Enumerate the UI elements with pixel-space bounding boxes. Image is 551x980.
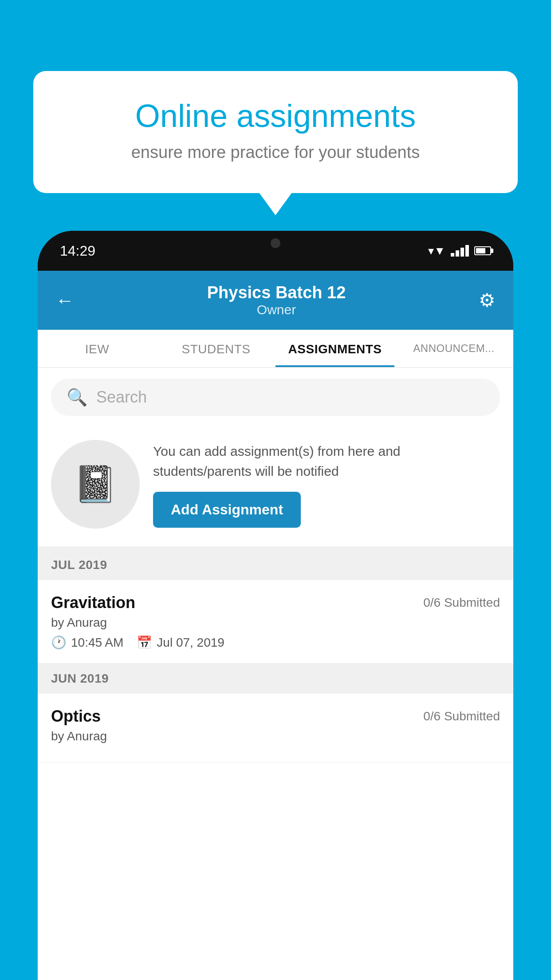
settings-icon[interactable]: ⚙ <box>479 289 496 311</box>
notch <box>240 231 311 255</box>
notebook-icon-circle: 📓 <box>51 440 140 529</box>
assignment-time: 10:45 AM <box>71 636 123 650</box>
add-assignment-button[interactable]: Add Assignment <box>153 492 301 528</box>
promo-title: Online assignments <box>60 98 491 134</box>
assignment-item-optics[interactable]: Optics 0/6 Submitted by Anurag <box>38 694 513 763</box>
search-placeholder: Search <box>96 388 147 407</box>
phone-screen: ← Physics Batch 12 Owner ⚙ IEW STUDENTS … <box>38 271 513 980</box>
assignment-promo-text: You can add assignment(s) from here and … <box>153 441 500 528</box>
phone-frame: 14:29 ▾▼ ← Physics Batch 12 <box>38 231 513 980</box>
tabs-bar: IEW STUDENTS ASSIGNMENTS ANNOUNCEM... <box>38 330 513 368</box>
tab-assignments[interactable]: ASSIGNMENTS <box>276 330 394 367</box>
camera <box>271 238 280 248</box>
calendar-icon: 📅 <box>137 635 152 650</box>
submitted-count: 0/6 Submitted <box>423 596 500 610</box>
header-title-group: Physics Batch 12 Owner <box>207 283 346 317</box>
tab-announcements[interactable]: ANNOUNCEM... <box>394 330 513 367</box>
app-header: ← Physics Batch 12 Owner ⚙ <box>38 271 513 330</box>
assignment-item-gravitation[interactable]: Gravitation 0/6 Submitted by Anurag 🕐 10… <box>38 580 513 664</box>
date-info: 📅 Jul 07, 2019 <box>137 635 224 650</box>
wifi-icon: ▾▼ <box>428 244 445 258</box>
clock-icon: 🕐 <box>51 635 67 650</box>
promo-description: You can add assignment(s) from here and … <box>153 441 500 481</box>
assignment-by: by Anurag <box>51 616 500 630</box>
section-header-jul: JUL 2019 <box>38 550 513 580</box>
assignment-row1: Gravitation 0/6 Submitted <box>51 593 500 612</box>
time-info: 🕐 10:45 AM <box>51 635 123 650</box>
promo-subtitle: ensure more practice for your students <box>60 143 491 162</box>
assignment-promo-section: 📓 You can add assignment(s) from here an… <box>38 427 513 550</box>
assignment-meta: 🕐 10:45 AM 📅 Jul 07, 2019 <box>51 635 500 650</box>
section-header-jun: JUN 2019 <box>38 664 513 694</box>
phone-time: 14:29 <box>60 243 95 259</box>
battery-icon <box>474 246 491 255</box>
back-button[interactable]: ← <box>55 290 74 311</box>
assignment-name: Optics <box>51 707 101 726</box>
signal-icon <box>451 245 469 257</box>
status-icons: ▾▼ <box>428 244 491 258</box>
notebook-icon: 📓 <box>73 463 118 505</box>
assignment-name: Gravitation <box>51 593 135 612</box>
search-bar[interactable]: 🔍 Search <box>51 379 500 416</box>
status-bar: 14:29 ▾▼ <box>38 231 513 271</box>
user-role: Owner <box>207 302 346 317</box>
assignment-date: Jul 07, 2019 <box>157 636 224 650</box>
promo-card: Online assignments ensure more practice … <box>33 71 518 193</box>
assignment-row1: Optics 0/6 Submitted <box>51 707 500 726</box>
batch-name: Physics Batch 12 <box>207 283 346 302</box>
submitted-count: 0/6 Submitted <box>423 709 500 723</box>
assignment-by: by Anurag <box>51 729 500 743</box>
tab-students[interactable]: STUDENTS <box>157 330 276 367</box>
tab-iew[interactable]: IEW <box>38 330 157 367</box>
search-icon: 🔍 <box>67 387 87 407</box>
